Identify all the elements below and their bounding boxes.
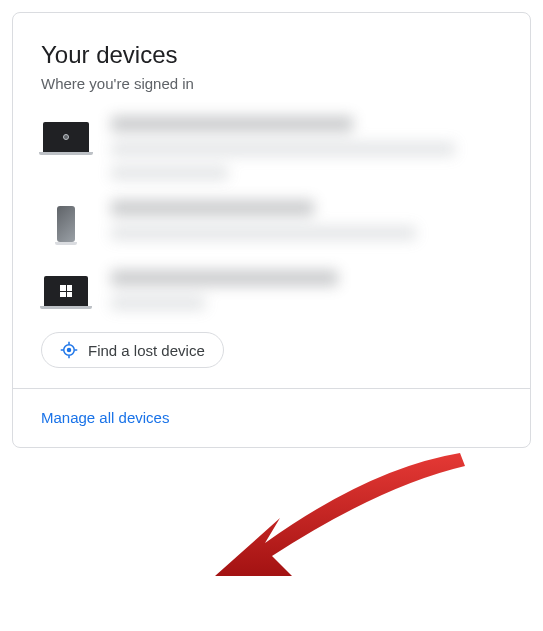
device-list — [41, 116, 502, 310]
device-text-redacted — [111, 270, 502, 310]
card-subtitle: Where you're signed in — [41, 75, 502, 92]
device-text-redacted — [111, 116, 502, 180]
find-lost-device-button[interactable]: Find a lost device — [41, 332, 224, 368]
svg-point-1 — [67, 348, 72, 353]
windows-laptop-icon — [44, 276, 88, 306]
device-row[interactable] — [41, 116, 502, 180]
phone-icon — [57, 206, 75, 242]
device-row[interactable] — [41, 200, 502, 250]
find-lost-device-label: Find a lost device — [88, 342, 205, 359]
device-icon-wrap — [41, 200, 91, 242]
devices-card: Your devices Where you're signed in — [12, 12, 531, 448]
device-row[interactable] — [41, 270, 502, 310]
device-text-redacted — [111, 200, 502, 250]
laptop-icon — [43, 122, 89, 152]
annotation-arrow-icon — [210, 448, 470, 598]
card-footer: Manage all devices — [13, 388, 530, 447]
device-icon-wrap — [41, 116, 91, 152]
devices-card-content: Your devices Where you're signed in — [13, 13, 530, 388]
manage-all-devices-link[interactable]: Manage all devices — [41, 409, 169, 426]
device-icon-wrap — [41, 270, 91, 306]
target-icon — [60, 341, 78, 359]
card-title: Your devices — [41, 41, 502, 69]
